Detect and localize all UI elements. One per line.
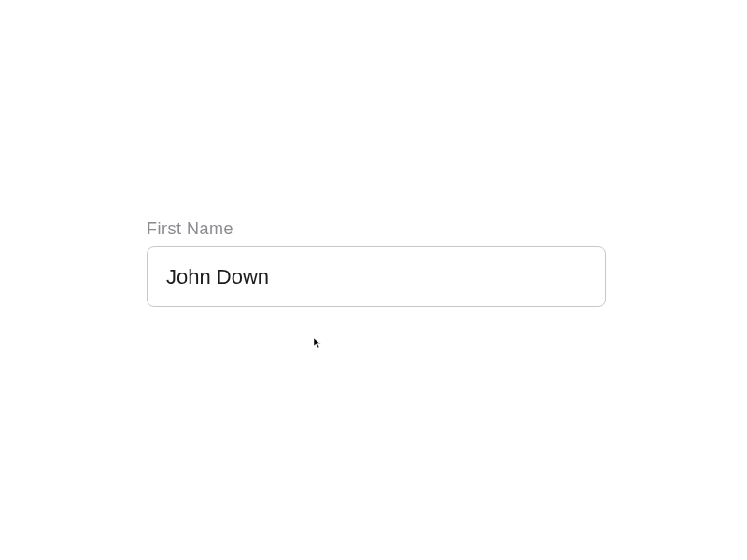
first-name-input[interactable]	[147, 246, 606, 307]
cursor-icon	[314, 338, 325, 349]
first-name-field-group: First Name	[147, 219, 606, 307]
first-name-label: First Name	[147, 219, 606, 239]
